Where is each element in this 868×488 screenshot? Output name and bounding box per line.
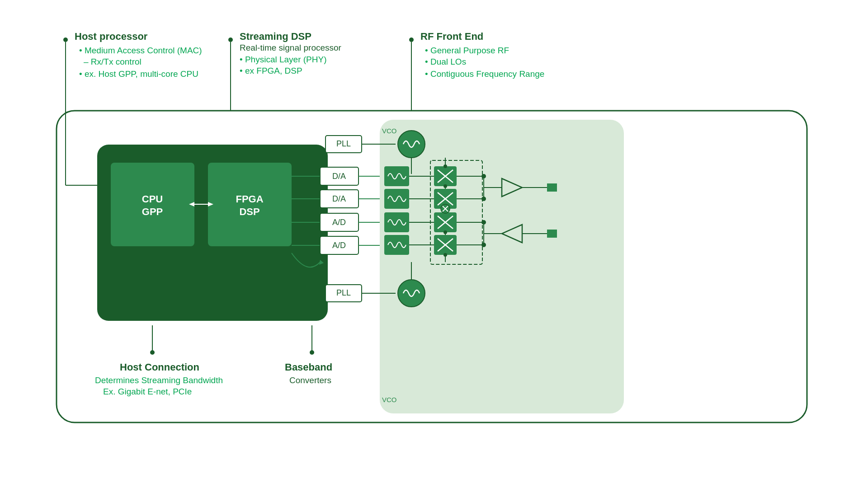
svg-point-80 bbox=[481, 243, 486, 247]
streaming-bullet2: • ex FPGA, DSP bbox=[240, 66, 302, 75]
pll-bot-label: PLL bbox=[336, 288, 351, 297]
baseband-title: Baseband bbox=[285, 361, 332, 373]
svg-rect-10 bbox=[380, 120, 624, 413]
svg-rect-87 bbox=[547, 230, 557, 238]
svg-point-60 bbox=[443, 164, 447, 168]
host-conn-sub2: Ex. Gigabit E-net, PCIe bbox=[103, 387, 192, 396]
cpu-gpp-label: CPU bbox=[142, 193, 163, 205]
pll-top-label: PLL bbox=[336, 139, 351, 148]
da1-label: D/A bbox=[332, 172, 346, 181]
ad2-label: A/D bbox=[332, 241, 346, 250]
svg-point-35 bbox=[398, 280, 425, 307]
da2-label: D/A bbox=[332, 194, 346, 203]
host-conn-sub1: Determines Streaming Bandwidth bbox=[95, 375, 223, 385]
host-connection-title: Host Connection bbox=[120, 361, 199, 373]
ad1-label: A/D bbox=[332, 218, 346, 227]
svg-point-34 bbox=[398, 131, 425, 158]
svg-point-66 bbox=[443, 230, 447, 234]
svg-point-64 bbox=[443, 253, 447, 257]
svg-point-89 bbox=[150, 350, 155, 355]
svg-point-5 bbox=[409, 38, 414, 42]
streaming-dsp-title: Streaming DSP bbox=[240, 31, 311, 42]
svg-point-1 bbox=[63, 38, 68, 42]
fpga-dsp-label2: DSP bbox=[239, 206, 259, 217]
svg-point-3 bbox=[228, 38, 233, 42]
host-bullet2: • ex. Host GPP, multi-core CPU bbox=[79, 69, 198, 79]
baseband-sub: Converters bbox=[289, 375, 331, 385]
svg-rect-84 bbox=[547, 183, 557, 192]
host-bullet1b: – Rx/Tx control bbox=[84, 57, 142, 66]
diagram-container: Host processor • Medium Access Control (… bbox=[0, 0, 868, 488]
svg-point-91 bbox=[310, 350, 314, 355]
streaming-sub: Real-time signal processor bbox=[240, 43, 342, 52]
streaming-bullet1: • Physical Layer (PHY) bbox=[240, 55, 327, 64]
host-processor-title: Host processor bbox=[75, 31, 148, 42]
svg-point-76 bbox=[481, 197, 486, 201]
rf-bullet2: • Dual LOs bbox=[425, 57, 466, 66]
rf-front-end-title: RF Front End bbox=[420, 31, 483, 42]
fpga-dsp-label: FPGA bbox=[236, 193, 263, 205]
cpu-gpp-label2: GPP bbox=[142, 206, 163, 217]
svg-point-62 bbox=[443, 184, 447, 188]
rf-bullet1: • General Purpose RF bbox=[425, 46, 509, 55]
host-bullet1: • Medium Access Control (MAC) bbox=[79, 46, 202, 55]
vco-top-label: VCO bbox=[382, 127, 397, 135]
rf-bullet3: • Contiguous Frequency Range bbox=[425, 69, 544, 79]
vco-bot-label: VCO bbox=[382, 396, 397, 404]
